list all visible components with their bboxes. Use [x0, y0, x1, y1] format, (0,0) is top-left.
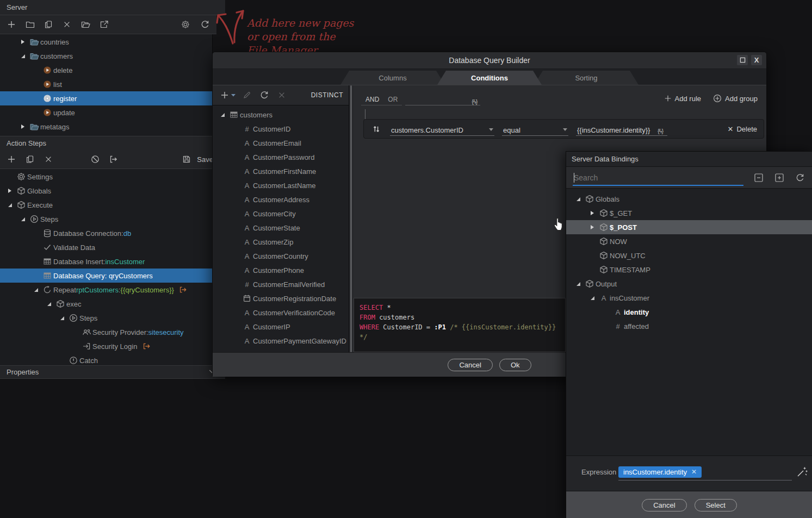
tree-item-customerpaymentgatewayid[interactable]: ACustomerPaymentGatewayID	[213, 334, 349, 348]
tree-item-steps[interactable]: Steps	[0, 311, 212, 325]
collapsed-arrow-icon[interactable]	[17, 40, 28, 44]
refresh-icon[interactable]	[198, 17, 212, 32]
tree-item-catch[interactable]: Catch	[0, 353, 212, 365]
magic-wand-icon[interactable]	[796, 466, 808, 478]
tree-item-metatags[interactable]: metatags	[0, 120, 212, 134]
expanded-arrow-icon[interactable]	[44, 302, 54, 306]
group-binding-input[interactable]: {ϟ}	[405, 94, 480, 105]
tree-item-customerid[interactable]: #CustomerID	[213, 122, 349, 136]
tree-item-delete[interactable]: delete	[0, 63, 212, 77]
collapsed-arrow-icon[interactable]	[17, 124, 28, 129]
tree-item-customerlastname[interactable]: ACustomerLastName	[213, 178, 349, 192]
collapsed-arrow-icon[interactable]	[4, 189, 15, 193]
remove-chip-icon[interactable]: ✕	[691, 468, 697, 476]
binding-icon[interactable]: {ϟ}	[654, 128, 666, 134]
rule-operator-select[interactable]: equal	[502, 122, 568, 136]
expanded-arrow-icon[interactable]	[57, 316, 67, 320]
tree-item-customercity[interactable]: ACustomerCity	[213, 207, 349, 221]
add-icon[interactable]	[4, 17, 18, 32]
tree-item-now[interactable]: NOW	[566, 234, 812, 248]
expanded-arrow-icon[interactable]	[217, 113, 228, 117]
tree-item-database-insert[interactable]: Database Insert: insCustomer	[0, 254, 212, 269]
tree-item-customers[interactable]: customers	[0, 49, 212, 63]
ban-icon[interactable]	[88, 152, 102, 166]
expand-all-icon[interactable]	[773, 173, 785, 183]
tree-item-timestamp[interactable]: TIMESTAMP	[566, 263, 812, 277]
copy-icon[interactable]	[41, 17, 55, 32]
tree-item-countries[interactable]: countries	[0, 35, 212, 49]
expanded-arrow-icon[interactable]	[4, 203, 15, 207]
tab-columns[interactable]: Columns	[340, 71, 445, 85]
tree-item-customerzip[interactable]: ACustomerZip	[213, 235, 349, 249]
add-column-button[interactable]	[218, 88, 237, 102]
tree-item-customerip[interactable]: ACustomerIP	[213, 320, 349, 334]
binding-icon[interactable]: {ϟ}	[468, 98, 480, 105]
tree-item-customeremail[interactable]: ACustomerEmail	[213, 136, 349, 150]
or-toggle[interactable]: OR	[383, 95, 402, 105]
tree-item-customercountry[interactable]: ACustomerCountry	[213, 249, 349, 263]
open-file-icon[interactable]	[78, 17, 92, 32]
folder-open-icon[interactable]	[23, 17, 37, 32]
tree-item-customerphone[interactable]: ACustomerPhone	[213, 263, 349, 277]
cancel-button[interactable]: Cancel	[448, 359, 492, 371]
tree-item-customerpassword[interactable]: ACustomerPassword	[213, 150, 349, 164]
tab-conditions[interactable]: Conditions	[437, 71, 542, 85]
search-field[interactable]	[573, 171, 743, 186]
save-button[interactable]: Save	[179, 152, 216, 166]
close-icon[interactable]	[41, 152, 55, 166]
tree-item-customerregistrationdate[interactable]: CustomerRegistrationDate	[213, 291, 349, 305]
share-icon[interactable]	[97, 17, 111, 32]
distinct-toggle[interactable]: DISTINCT	[311, 91, 343, 99]
expression-chip[interactable]: insCustomer.identity ✕	[618, 466, 702, 478]
tree-item-validate-data[interactable]: Validate Data	[0, 240, 212, 254]
close-dialog-icon[interactable]: X	[751, 55, 762, 65]
tree-item-database-query-qrycustomers[interactable]: Database Query: qryCustomers	[0, 269, 212, 283]
collapse-all-icon[interactable]	[753, 173, 765, 183]
tree-item-register[interactable]: register	[0, 91, 212, 105]
tree-item-customeremailverified[interactable]: #CustomerEmailVerified	[213, 277, 349, 291]
tree-item-steps[interactable]: Steps	[0, 212, 212, 226]
bindings-select-button[interactable]: Select	[695, 499, 737, 511]
refresh-icon[interactable]	[794, 173, 806, 182]
add-icon[interactable]	[4, 152, 18, 166]
tree-item-globals[interactable]: Globals	[0, 184, 212, 198]
tree-item-list[interactable]: list	[0, 77, 212, 91]
tree-item-customerstate[interactable]: ACustomerState	[213, 221, 349, 235]
copy-icon[interactable]	[23, 152, 37, 166]
tree-item-security-provider[interactable]: Security Provider: sitesecurity	[0, 325, 212, 339]
ok-button[interactable]: Ok	[499, 359, 531, 371]
add-group-button[interactable]: Add group	[713, 94, 758, 103]
pencil-icon[interactable]	[240, 88, 254, 102]
tree-item-settings[interactable]: Settings	[0, 170, 212, 184]
tree-item-customers[interactable]: customers	[213, 108, 349, 122]
tree-item-execute[interactable]: Execute	[0, 198, 212, 212]
collapsed-arrow-icon[interactable]	[587, 211, 598, 215]
expanded-arrow-icon[interactable]	[17, 54, 28, 58]
expanded-arrow-icon[interactable]	[587, 296, 598, 300]
expanded-arrow-icon[interactable]	[573, 282, 584, 286]
rule-field-select[interactable]: customers.CustomerID	[390, 122, 494, 136]
gear-icon[interactable]	[178, 17, 193, 32]
bindings-cancel-button[interactable]: Cancel	[642, 499, 686, 511]
expression-input[interactable]: insCustomer.identity ✕	[618, 464, 792, 480]
tree-item-security-login[interactable]: Security Login	[0, 339, 212, 353]
tree-item-customeraddress[interactable]: ACustomerAddress	[213, 192, 349, 207]
close-icon[interactable]	[275, 88, 289, 102]
tree-item-$-post[interactable]: $_POST	[566, 220, 812, 234]
delete-rule-button[interactable]: ✕Delete	[728, 125, 757, 133]
tree-item-output[interactable]: Output	[566, 277, 812, 291]
tree-item-customerverificationcode[interactable]: ACustomerVerificationCode	[213, 305, 349, 320]
tree-item-exec[interactable]: exec	[0, 297, 212, 311]
tree-item-database-connection[interactable]: Database Connection: db	[0, 226, 212, 240]
add-rule-button[interactable]: Add rule	[664, 94, 701, 103]
properties-header[interactable]: Properties	[0, 365, 225, 379]
export-step-icon[interactable]	[107, 152, 121, 166]
expanded-arrow-icon[interactable]	[30, 288, 41, 292]
tree-item-update[interactable]: update	[0, 105, 212, 120]
tree-item-repeat[interactable]: Repeat rptCustomers: {{qryCustomers}}	[0, 283, 212, 297]
close-icon[interactable]	[60, 17, 74, 32]
tree-item-now-utc[interactable]: NOW_UTC	[566, 248, 812, 263]
rule-value-input[interactable]: {{insCustomer.identity}}{ϟ}	[576, 122, 667, 136]
collapsed-arrow-icon[interactable]	[587, 225, 598, 229]
tree-item-identity[interactable]: Aidentity	[566, 305, 812, 319]
